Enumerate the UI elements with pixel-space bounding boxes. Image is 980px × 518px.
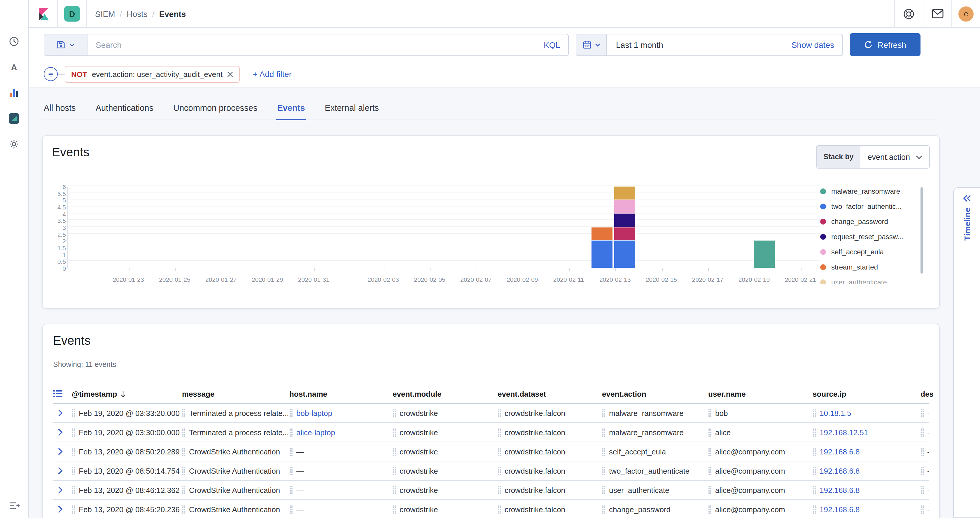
filter-pill[interactable]: NOT event.action: user_activity_audit_ev… <box>65 66 240 83</box>
calendar-button[interactable] <box>576 34 607 55</box>
drag-handle-icon[interactable] <box>498 486 501 494</box>
bar-segment-change-password[interactable] <box>614 227 636 241</box>
drag-handle-icon[interactable] <box>602 486 606 494</box>
bar-segment-user-authenticate[interactable] <box>614 186 636 200</box>
search-input[interactable]: Search <box>88 40 536 49</box>
tab-all-hosts[interactable]: All hosts <box>43 103 77 119</box>
drag-handle-icon[interactable] <box>921 505 924 513</box>
host-name-link[interactable]: alice-laptop <box>296 428 335 437</box>
filter-options-icon[interactable] <box>44 67 58 81</box>
bar-segment-request-reset-passw-[interactable] <box>614 213 636 227</box>
breadcrumb-hosts[interactable]: Hosts <box>127 9 148 18</box>
source-ip-link[interactable]: 192.168.6.8 <box>819 486 859 494</box>
management-gear-icon[interactable] <box>8 138 21 151</box>
drag-handle-icon[interactable] <box>393 486 396 494</box>
stack-by-select[interactable]: event.action <box>861 146 929 168</box>
drag-handle-icon[interactable] <box>498 428 501 437</box>
bar-segment-stream-started[interactable] <box>591 227 612 241</box>
drag-handle-icon[interactable] <box>498 408 501 417</box>
expand-row-icon[interactable] <box>53 502 67 516</box>
drag-handle-icon[interactable] <box>921 428 924 437</box>
expand-row-icon[interactable] <box>53 406 67 420</box>
expand-row-icon[interactable] <box>53 464 67 478</box>
drag-handle-icon[interactable] <box>393 466 396 475</box>
expand-row-icon[interactable] <box>53 445 67 459</box>
drag-handle-icon[interactable] <box>393 447 396 456</box>
drag-handle-icon[interactable] <box>182 505 186 513</box>
drag-handle-icon[interactable] <box>708 466 712 475</box>
source-ip-link[interactable]: 10.18.1.5 <box>819 408 851 417</box>
help-lifebuoy-icon[interactable] <box>895 0 923 28</box>
drag-handle-icon[interactable] <box>393 505 396 513</box>
column-header-event-action[interactable]: event.action <box>602 389 708 398</box>
drag-handle-icon[interactable] <box>72 505 75 513</box>
time-range-value[interactable]: Last 1 month <box>607 40 673 49</box>
drag-handle-icon[interactable] <box>602 408 606 417</box>
drag-handle-icon[interactable] <box>813 428 816 437</box>
drag-handle-icon[interactable] <box>602 466 606 475</box>
timeline-toggle[interactable]: Timeline <box>953 187 980 518</box>
bar-segment-two-factor-authentic-[interactable] <box>591 241 612 268</box>
remove-filter-icon[interactable] <box>227 71 234 77</box>
source-ip-link[interactable]: 192.168.6.8 <box>819 447 859 456</box>
breadcrumb-siem[interactable]: SIEM <box>95 9 115 18</box>
drag-handle-icon[interactable] <box>813 505 816 513</box>
drag-handle-icon[interactable] <box>393 428 396 437</box>
column-header-message[interactable]: message <box>182 389 290 398</box>
kql-button[interactable]: KQL <box>536 40 568 49</box>
legend-scrollbar[interactable] <box>921 187 923 273</box>
drag-handle-icon[interactable] <box>708 428 712 437</box>
visualize-app-icon[interactable] <box>8 86 21 99</box>
column-header-timestamp[interactable]: @timestamp <box>72 389 182 398</box>
drag-handle-icon[interactable] <box>182 447 186 456</box>
drag-handle-icon[interactable] <box>72 408 75 417</box>
drag-handle-icon[interactable] <box>72 447 75 456</box>
drag-handle-icon[interactable] <box>182 428 186 437</box>
legend-item-stream-started[interactable]: stream_started <box>820 263 878 271</box>
space-badge[interactable]: D <box>64 6 80 22</box>
legend-item-malware-ransomware[interactable]: malware_ransomware <box>820 187 900 195</box>
drag-handle-icon[interactable] <box>290 447 293 456</box>
drag-handle-icon[interactable] <box>602 505 606 513</box>
drag-handle-icon[interactable] <box>813 486 816 494</box>
expand-row-icon[interactable] <box>53 425 67 439</box>
source-ip-link[interactable]: 192.168.6.8 <box>819 505 859 513</box>
source-ip-link[interactable]: 192.168.12.51 <box>819 428 868 437</box>
drag-handle-icon[interactable] <box>708 505 712 513</box>
bar-segment-self-accept-eula[interactable] <box>614 200 636 213</box>
add-filter-link[interactable]: + Add filter <box>253 70 292 79</box>
source-ip-link[interactable]: 192.168.6.8 <box>819 466 859 475</box>
legend-item-change-password[interactable]: change_password <box>820 218 888 226</box>
drag-handle-icon[interactable] <box>921 486 924 494</box>
tab-external-alerts[interactable]: External alerts <box>324 103 380 119</box>
kibana-logo[interactable] <box>29 6 57 21</box>
app-a-icon[interactable]: A <box>8 61 21 73</box>
drag-handle-icon[interactable] <box>708 486 712 494</box>
drag-handle-icon[interactable] <box>72 486 75 494</box>
expand-row-icon[interactable] <box>53 483 67 497</box>
drag-handle-icon[interactable] <box>813 447 816 456</box>
drag-handle-icon[interactable] <box>708 408 712 417</box>
drag-handle-icon[interactable] <box>290 408 293 417</box>
column-header-destination[interactable]: des <box>921 389 934 398</box>
legend-item-user-authenticate[interactable]: user_authenticate <box>820 278 887 284</box>
show-dates-link[interactable]: Show dates <box>783 40 842 49</box>
drag-handle-icon[interactable] <box>182 408 186 417</box>
drag-handle-icon[interactable] <box>290 428 293 437</box>
mail-icon[interactable] <box>923 0 951 28</box>
drag-handle-icon[interactable] <box>72 466 75 475</box>
legend-item-self-accept-eula[interactable]: self_accept_eula <box>820 248 884 256</box>
drag-handle-icon[interactable] <box>498 447 501 456</box>
tab-events[interactable]: Events <box>276 103 306 119</box>
drag-handle-icon[interactable] <box>393 408 396 417</box>
recently-viewed-icon[interactable] <box>8 35 21 48</box>
drag-handle-icon[interactable] <box>182 466 186 475</box>
drag-handle-icon[interactable] <box>290 466 293 475</box>
drag-handle-icon[interactable] <box>921 466 924 475</box>
drag-handle-icon[interactable] <box>921 408 924 417</box>
column-header-event-dataset[interactable]: event.dataset <box>498 389 602 398</box>
host-name-link[interactable]: bob-laptop <box>296 408 332 417</box>
column-header-host-name[interactable]: host.name <box>290 389 393 398</box>
column-header-source-ip[interactable]: source.ip <box>813 389 921 398</box>
bar-segment-malware-ransomware[interactable] <box>753 241 775 268</box>
